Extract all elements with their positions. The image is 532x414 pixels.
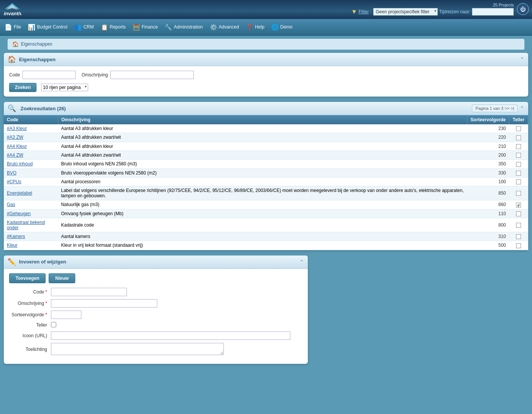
field-icoon-row: Icoon (URL) xyxy=(9,332,302,340)
new-button[interactable]: Nieuw xyxy=(49,273,75,283)
content-area: 🏠 Eigenschappen 🏠 Eigenschappen ⌃ Code O… xyxy=(0,39,532,373)
results-table: Code Omschrijving Sorteervolgorde Teller… xyxy=(4,115,528,250)
cell-code[interactable]: #A4 ZW xyxy=(4,151,58,159)
field-teller-label: Teller xyxy=(9,322,51,328)
form-panel-icon: ✏️ xyxy=(8,258,16,266)
cell-code[interactable]: Energielabel xyxy=(4,186,58,200)
logo-icon: invantive xyxy=(3,2,21,17)
add-button[interactable]: Toevoegen xyxy=(9,273,46,283)
cell-code[interactable]: #A3 ZW xyxy=(4,133,58,142)
cell-code[interactable]: #Geheugen xyxy=(4,209,58,218)
nav-item-finance[interactable]: 🧮 Finance xyxy=(130,21,161,33)
cell-omschrijving: Aantal A3 afdrukken kleur xyxy=(58,124,467,133)
nav-item-administration[interactable]: 🔧 Administration xyxy=(162,21,206,33)
form-panel: ✏️ Invoeren of wijzigen ⌃ Toevoegen Nieu… xyxy=(4,255,308,364)
breadcrumb: 🏠 Eigenschappen xyxy=(8,39,524,50)
field-sorteervolgorde-input[interactable] xyxy=(51,311,81,319)
nav-item-crm[interactable]: 👥 CRM xyxy=(71,21,97,33)
nav-item-advanced[interactable]: ⚙️ Advanced xyxy=(207,21,242,33)
table-row: #A4 KleurAantal A4 afdrukken kleur210 xyxy=(4,142,528,151)
form-panel-collapse-btn[interactable]: ⌃ xyxy=(299,259,304,265)
results-panel-header: 🔍 Zoekresultaten (26) Pagina 1 van 3 >> … xyxy=(4,102,528,115)
form-panel-header-left: ✏️ Invoeren of wijzigen xyxy=(8,258,66,266)
cell-sorteervolgorde: 310 xyxy=(467,232,509,241)
cell-code[interactable]: #A3 Kleur xyxy=(4,124,58,133)
results-panel: 🔍 Zoekresultaten (26) Pagina 1 van 3 >> … xyxy=(4,102,528,250)
field-toelichting-textarea[interactable] xyxy=(51,343,224,355)
rows-per-page-select[interactable]: 10 rijen per pagina 25 rijen per pagina … xyxy=(41,84,88,91)
omschrijving-input[interactable] xyxy=(110,71,194,79)
field-toelichting-label: Toelichting xyxy=(9,347,51,352)
col-header-sorteervolgorde: Sorteervolgorde xyxy=(467,115,509,124)
col-header-teller: Teller xyxy=(509,115,528,124)
top-bar: invantive 25 Projects ▼ Filter : Geen pr… xyxy=(0,0,532,19)
cell-sorteervolgorde: 350 xyxy=(467,160,509,168)
nav-label-budget: Budget Control xyxy=(37,24,67,30)
table-row: GasNatuurlijk gas (m3)860✓ xyxy=(4,200,528,209)
cell-teller xyxy=(509,218,528,232)
cell-code[interactable]: Bruto inhoud xyxy=(4,160,58,168)
code-label: Code xyxy=(9,72,20,78)
cell-code[interactable]: #CPUs xyxy=(4,177,58,186)
nav-item-reports[interactable]: 📋 Reports xyxy=(98,21,129,33)
cell-omschrijving: Aantal A3 afdrukken zwart/wit xyxy=(58,133,467,142)
cell-teller xyxy=(509,177,528,186)
nav-item-help[interactable]: ❓ Help xyxy=(243,21,268,33)
field-teller-row: Teller xyxy=(9,322,302,328)
nav-bar: 📄 File 📊 Budget Control 👥 CRM 📋 Reports … xyxy=(0,19,532,36)
nav-item-budget-control[interactable]: 📊 Budget Control xyxy=(25,21,70,33)
cell-code[interactable]: #Kamers xyxy=(4,232,58,241)
project-count-area: 25 Projects ▼ Filter : Geen projectspeci… xyxy=(351,3,514,16)
nav-label-administration: Administration xyxy=(174,24,203,30)
finance-icon: 🧮 xyxy=(133,24,140,31)
field-teller-input-wrap xyxy=(51,322,56,328)
cell-code[interactable]: Kleur xyxy=(4,241,58,250)
table-row: BVOBruto vloeroppervlakte volgens NEN 25… xyxy=(4,168,528,177)
search-panel-collapse-btn[interactable]: ⌃ xyxy=(520,56,524,62)
filter-label[interactable]: Filter xyxy=(359,9,369,14)
field-omschrijving-input[interactable] xyxy=(51,299,157,308)
cell-code[interactable]: Gas xyxy=(4,200,58,209)
time-travel-input[interactable] xyxy=(472,8,514,16)
cell-code[interactable]: Kadastraal bekend onder xyxy=(4,218,58,232)
filter-select[interactable]: Geen projectspecifiek filter xyxy=(373,8,438,16)
results-panel-icon: 🔍 xyxy=(8,104,16,113)
field-icoon-input[interactable] xyxy=(51,332,290,340)
top-right-area: 25 Projects ▼ Filter : Geen projectspeci… xyxy=(351,3,529,16)
results-panel-collapse-btn[interactable]: ⌃ xyxy=(520,105,524,111)
cell-omschrijving: Aantal A4 afdrukken zwart/wit xyxy=(58,151,467,159)
table-row: #A3 ZWAantal A3 afdrukken zwart/wit220 xyxy=(4,133,528,142)
cell-sorteervolgorde: 220 xyxy=(467,133,509,142)
search-form: Code Omschrijving xyxy=(9,71,523,79)
cell-teller xyxy=(509,168,528,177)
nav-item-file[interactable]: 📄 File xyxy=(2,21,24,33)
filter-select-wrap[interactable]: Geen projectspecifiek filter xyxy=(373,8,438,16)
cell-omschrijving: Natuurlijk gas (m3) xyxy=(58,200,467,209)
cell-sorteervolgorde: 100 xyxy=(467,177,509,186)
crm-icon: 👥 xyxy=(74,24,82,31)
logo-area: invantive xyxy=(3,2,21,17)
field-omschrijving-label: Omschrijving xyxy=(9,301,51,306)
cell-teller xyxy=(509,133,528,142)
cell-teller xyxy=(509,160,528,168)
cell-omschrijving: Omvang fysiek geheugen (Mb) xyxy=(58,209,467,218)
cell-code[interactable]: BVO xyxy=(4,168,58,177)
filter-row: ▼ Filter : Geen projectspecifiek filter … xyxy=(351,8,514,16)
search-button[interactable]: Zoeken xyxy=(9,83,36,92)
cell-sorteervolgorde: 230 xyxy=(467,124,509,133)
rows-per-page-wrap[interactable]: 10 rijen per pagina 25 rijen per pagina … xyxy=(41,84,88,91)
cell-omschrijving: Label dat volgens verschillende Europese… xyxy=(58,186,467,200)
field-teller-checkbox[interactable] xyxy=(51,322,56,327)
budget-icon: 📊 xyxy=(28,24,35,31)
cell-omschrijving: Aantal A4 afdrukken kleur xyxy=(58,142,467,151)
results-panel-body: Code Omschrijving Sorteervolgorde Teller… xyxy=(4,115,528,250)
nav-item-demo[interactable]: 🌐 Demo xyxy=(268,21,296,33)
power-button[interactable]: ⏻ xyxy=(517,3,529,15)
code-input[interactable] xyxy=(22,71,76,79)
nav-label-file: File xyxy=(14,24,21,30)
cell-code[interactable]: #A4 Kleur xyxy=(4,142,58,151)
cell-sorteervolgorde: 860 xyxy=(467,200,509,209)
field-icoon-input-wrap xyxy=(51,332,290,340)
field-code-input[interactable] xyxy=(51,288,127,296)
cell-teller xyxy=(509,241,528,250)
